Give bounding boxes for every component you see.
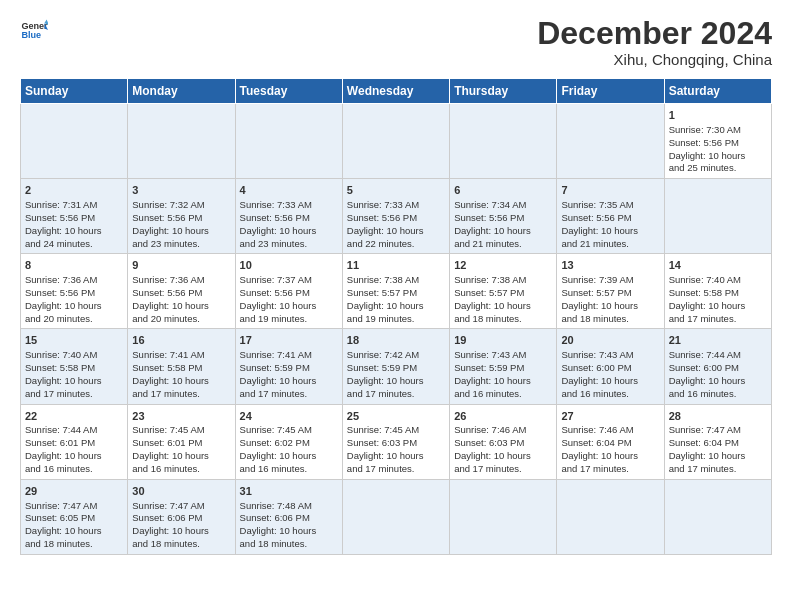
table-row: 19Sunrise: 7:43 AMSunset: 5:59 PMDayligh… <box>450 329 557 404</box>
col-saturday: Saturday <box>664 79 771 104</box>
table-row: 3Sunrise: 7:32 AMSunset: 5:56 PMDaylight… <box>128 179 235 254</box>
header: General Blue December 2024 Xihu, Chongqi… <box>20 16 772 68</box>
table-row: 17Sunrise: 7:41 AMSunset: 5:59 PMDayligh… <box>235 329 342 404</box>
table-row: 28Sunrise: 7:47 AMSunset: 6:04 PMDayligh… <box>664 404 771 479</box>
logo: General Blue <box>20 16 48 44</box>
header-row: Sunday Monday Tuesday Wednesday Thursday… <box>21 79 772 104</box>
table-row: 6Sunrise: 7:34 AMSunset: 5:56 PMDaylight… <box>450 179 557 254</box>
table-row: 26Sunrise: 7:46 AMSunset: 6:03 PMDayligh… <box>450 404 557 479</box>
svg-text:Blue: Blue <box>21 30 41 40</box>
table-row <box>664 179 771 254</box>
table-row <box>557 104 664 179</box>
col-tuesday: Tuesday <box>235 79 342 104</box>
table-row <box>557 479 664 554</box>
table-row <box>342 479 449 554</box>
main-title: December 2024 <box>537 16 772 51</box>
table-row: 16Sunrise: 7:41 AMSunset: 5:58 PMDayligh… <box>128 329 235 404</box>
table-row: 4Sunrise: 7:33 AMSunset: 5:56 PMDaylight… <box>235 179 342 254</box>
logo-icon: General Blue <box>20 16 48 44</box>
table-row: 13Sunrise: 7:39 AMSunset: 5:57 PMDayligh… <box>557 254 664 329</box>
table-row <box>235 104 342 179</box>
col-sunday: Sunday <box>21 79 128 104</box>
table-row <box>342 104 449 179</box>
table-row: 20Sunrise: 7:43 AMSunset: 6:00 PMDayligh… <box>557 329 664 404</box>
table-row <box>450 479 557 554</box>
table-row <box>21 104 128 179</box>
table-row: 25Sunrise: 7:45 AMSunset: 6:03 PMDayligh… <box>342 404 449 479</box>
table-row: 27Sunrise: 7:46 AMSunset: 6:04 PMDayligh… <box>557 404 664 479</box>
table-row: 31Sunrise: 7:48 AMSunset: 6:06 PMDayligh… <box>235 479 342 554</box>
table-row: 7Sunrise: 7:35 AMSunset: 5:56 PMDaylight… <box>557 179 664 254</box>
title-block: December 2024 Xihu, Chongqing, China <box>537 16 772 68</box>
table-row: 22Sunrise: 7:44 AMSunset: 6:01 PMDayligh… <box>21 404 128 479</box>
calendar-page: General Blue December 2024 Xihu, Chongqi… <box>0 0 792 612</box>
table-row: 29Sunrise: 7:47 AMSunset: 6:05 PMDayligh… <box>21 479 128 554</box>
table-row: 5Sunrise: 7:33 AMSunset: 5:56 PMDaylight… <box>342 179 449 254</box>
table-row: 30Sunrise: 7:47 AMSunset: 6:06 PMDayligh… <box>128 479 235 554</box>
subtitle: Xihu, Chongqing, China <box>537 51 772 68</box>
col-monday: Monday <box>128 79 235 104</box>
table-row: 14Sunrise: 7:40 AMSunset: 5:58 PMDayligh… <box>664 254 771 329</box>
table-row: 2Sunrise: 7:31 AMSunset: 5:56 PMDaylight… <box>21 179 128 254</box>
col-wednesday: Wednesday <box>342 79 449 104</box>
table-row: 11Sunrise: 7:38 AMSunset: 5:57 PMDayligh… <box>342 254 449 329</box>
table-row: 21Sunrise: 7:44 AMSunset: 6:00 PMDayligh… <box>664 329 771 404</box>
calendar-table: Sunday Monday Tuesday Wednesday Thursday… <box>20 78 772 555</box>
col-friday: Friday <box>557 79 664 104</box>
table-row <box>450 104 557 179</box>
table-row: 9Sunrise: 7:36 AMSunset: 5:56 PMDaylight… <box>128 254 235 329</box>
table-row <box>664 479 771 554</box>
table-row: 10Sunrise: 7:37 AMSunset: 5:56 PMDayligh… <box>235 254 342 329</box>
table-row: 12Sunrise: 7:38 AMSunset: 5:57 PMDayligh… <box>450 254 557 329</box>
table-row: 8Sunrise: 7:36 AMSunset: 5:56 PMDaylight… <box>21 254 128 329</box>
svg-text:General: General <box>21 21 48 31</box>
table-row: 24Sunrise: 7:45 AMSunset: 6:02 PMDayligh… <box>235 404 342 479</box>
table-row: 15Sunrise: 7:40 AMSunset: 5:58 PMDayligh… <box>21 329 128 404</box>
col-thursday: Thursday <box>450 79 557 104</box>
table-row <box>128 104 235 179</box>
table-row: 1Sunrise: 7:30 AMSunset: 5:56 PMDaylight… <box>664 104 771 179</box>
table-row: 18Sunrise: 7:42 AMSunset: 5:59 PMDayligh… <box>342 329 449 404</box>
table-row: 23Sunrise: 7:45 AMSunset: 6:01 PMDayligh… <box>128 404 235 479</box>
